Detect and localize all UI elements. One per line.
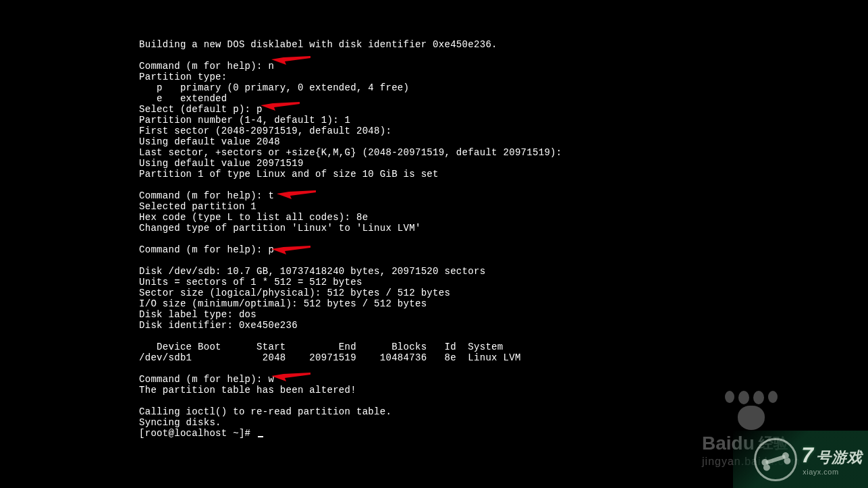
corner-title: 号游戏 (816, 448, 863, 468)
corner-domain: xiayx.com (803, 468, 838, 476)
annotation-arrow-4 (270, 244, 310, 256)
corner-seven: 7 (801, 443, 813, 468)
terminal-output[interactable]: Building a new DOS disklabel with disk i… (139, 39, 562, 439)
annotation-arrow-2 (259, 101, 300, 113)
annotation-arrow-5 (270, 371, 310, 383)
cursor (258, 436, 263, 437)
watermark-corner: 7 号游戏 xiayx.com (733, 431, 868, 488)
paw-icon (702, 391, 801, 430)
annotation-arrow-1 (270, 55, 310, 67)
annotation-arrow-3 (275, 189, 316, 201)
logo-ring-icon (754, 438, 797, 481)
